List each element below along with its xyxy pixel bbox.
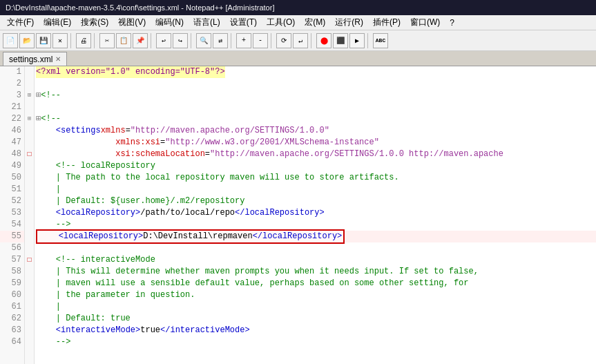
sync-button[interactable]: ⟳ [276, 33, 291, 48]
print-button[interactable]: 🖨 [76, 33, 91, 48]
mk-64 [25, 336, 34, 348]
code-line-2 [36, 78, 596, 90]
ln-48: 48 [0, 149, 24, 160]
menu-edit[interactable]: 编辑(E) [39, 15, 75, 30]
close-button[interactable]: ✕ [52, 33, 68, 48]
ln-56: 56 [0, 242, 24, 254]
sep7 [311, 33, 314, 48]
code-line-1: <?xml version="1.0" encoding="UTF-8"?> [36, 66, 596, 78]
zoom-in-button[interactable]: + [236, 33, 251, 48]
code-line-22: ⊞<!-- [36, 113, 596, 125]
mk-63 [25, 325, 34, 336]
stop-button[interactable]: ⬛ [333, 33, 348, 48]
mk-59 [25, 278, 34, 289]
mk-46 [25, 125, 34, 137]
code-line-63: <interactiveMode>true</interactiveMode> [36, 325, 596, 336]
ln-47: 47 [0, 137, 24, 149]
editor: 1 2 3 21 22 46 47 48 49 50 51 52 53 54 5… [0, 66, 596, 364]
ln-51: 51 [0, 184, 24, 195]
code-line-58: | This will determine whether maven prom… [36, 266, 596, 278]
title-text: D:\DevInstall\apache-maven-3.5.4\conf\se… [6, 3, 274, 12]
sep6 [271, 33, 273, 48]
cut-button[interactable]: ✂ [99, 33, 115, 48]
menu-settings[interactable]: 设置(T) [226, 15, 261, 30]
mk-53 [25, 207, 34, 219]
wrap-button[interactable]: ↵ [293, 33, 308, 48]
ln-2: 2 [0, 78, 24, 90]
mk-57[interactable]: □ [25, 254, 34, 266]
undo-button[interactable]: ↩ [156, 33, 171, 48]
ln-54: 54 [0, 219, 24, 231]
code-line-3: ⊞<!-- [36, 90, 596, 102]
ln-60: 60 [0, 289, 24, 301]
code-line-56 [36, 242, 596, 254]
mk-48[interactable]: □ [25, 149, 34, 160]
menu-encode[interactable]: 编码(N) [151, 15, 188, 30]
tab-close-icon[interactable]: ✕ [55, 55, 61, 63]
mk-54 [25, 219, 34, 231]
mk-22[interactable]: ⊞ [25, 113, 34, 125]
menu-view[interactable]: 视图(V) [114, 15, 150, 30]
tab-settings-xml[interactable]: settings.xml ✕ [3, 52, 67, 66]
lines-container: 1 2 3 21 22 46 47 48 49 50 51 52 53 54 5… [0, 66, 596, 364]
save-button[interactable]: 💾 [36, 33, 51, 48]
mk-3[interactable]: ⊞ [25, 90, 34, 102]
mk-49 [25, 160, 34, 172]
sep3 [151, 33, 153, 48]
toolbar: 📄 📂 💾 ✕ 🖨 ✂ 📋 📌 ↩ ↪ 🔍 ⇄ + - ⟳ ↵ ⬤ ⬛ ▶ AB… [0, 30, 596, 51]
menu-lang[interactable]: 语言(L) [189, 15, 224, 30]
mk-2 [25, 78, 34, 90]
menu-window[interactable]: 窗口(W) [406, 15, 444, 30]
ln-57: 57 [0, 254, 24, 266]
code-col[interactable]: <?xml version="1.0" encoding="UTF-8"?> ⊞… [35, 66, 596, 364]
ln-59: 59 [0, 278, 24, 289]
menu-plugin[interactable]: 插件(P) [369, 15, 405, 30]
sep1 [70, 33, 73, 48]
find-button[interactable]: 🔍 [196, 33, 211, 48]
code-line-53: <localRepository>/path/to/local/repo</lo… [36, 207, 596, 219]
sep5 [231, 33, 233, 48]
paste-button[interactable]: 📌 [133, 33, 148, 48]
menu-macro[interactable]: 宏(M) [300, 15, 329, 30]
ln-55: 55 [0, 231, 24, 242]
menu-file[interactable]: 文件(F) [3, 15, 38, 30]
open-button[interactable]: 📂 [19, 33, 35, 48]
menu-help[interactable]: ? [445, 17, 459, 29]
code-line-59: | maven will use a sensible default valu… [36, 278, 596, 289]
ln-46: 46 [0, 125, 24, 137]
mk-55 [25, 231, 34, 242]
menu-search[interactable]: 搜索(S) [77, 15, 113, 30]
code-line-50: | The path to the local repository maven… [36, 172, 596, 184]
markers-col: ⊞ ⊞ □ □ [25, 66, 35, 364]
menu-bar: 文件(F) 编辑(E) 搜索(S) 视图(V) 编码(N) 语言(L) 设置(T… [0, 15, 596, 30]
menu-run[interactable]: 运行(R) [331, 15, 367, 30]
mk-56 [25, 242, 34, 254]
ln-64: 64 [0, 336, 24, 348]
rec-button[interactable]: ⬤ [316, 33, 331, 48]
ln-53: 53 [0, 207, 24, 219]
code-line-64: --> [36, 336, 596, 348]
mk-47 [25, 137, 34, 149]
mk-51 [25, 184, 34, 195]
ln-63: 63 [0, 325, 24, 336]
mk-52 [25, 195, 34, 207]
abc-button[interactable]: ABC [373, 33, 388, 48]
new-button[interactable]: 📄 [3, 33, 18, 48]
play-button[interactable]: ▶ [349, 33, 365, 48]
mk-58 [25, 266, 34, 278]
replace-button[interactable]: ⇄ [213, 33, 228, 48]
copy-button[interactable]: 📋 [116, 33, 131, 48]
code-line-61: | [36, 301, 596, 313]
ln-61: 61 [0, 301, 24, 313]
zoom-out-button[interactable]: - [253, 33, 268, 48]
ln-58: 58 [0, 266, 24, 278]
redo-button[interactable]: ↪ [173, 33, 188, 48]
ln-52: 52 [0, 195, 24, 207]
line-numbers-col: 1 2 3 21 22 46 47 48 49 50 51 52 53 54 5… [0, 66, 25, 364]
menu-tools[interactable]: 工具(O) [262, 15, 299, 30]
ln-21: 21 [0, 102, 24, 113]
code-line-51: | [36, 184, 596, 195]
mk-61 [25, 301, 34, 313]
ln-22: 22 [0, 113, 24, 125]
ln-3: 3 [0, 90, 24, 102]
